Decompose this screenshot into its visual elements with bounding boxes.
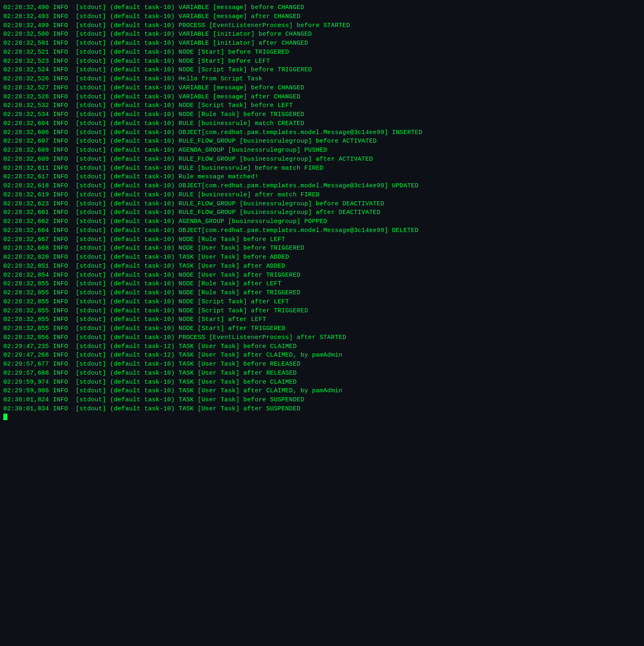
cursor-line	[3, 414, 641, 420]
log-line: 02:28:32,667 INFO [stdout] (default task…	[3, 235, 641, 244]
log-line: 02:28:32,618 INFO [stdout] (default task…	[3, 182, 641, 191]
log-line: 02:29:47,268 INFO [stdout] (default task…	[3, 351, 641, 360]
log-line: 02:28:32,854 INFO [stdout] (default task…	[3, 271, 641, 280]
log-line: 02:28:32,668 INFO [stdout] (default task…	[3, 244, 641, 253]
log-line: 02:28:32,526 INFO [stdout] (default task…	[3, 75, 641, 84]
log-container: 02:28:32,490 INFO [stdout] (default task…	[3, 3, 641, 420]
log-line: 02:29:59,986 INFO [stdout] (default task…	[3, 387, 641, 396]
log-line: 02:28:32,855 INFO [stdout] (default task…	[3, 298, 641, 307]
log-line: 02:28:32,856 INFO [stdout] (default task…	[3, 333, 641, 342]
log-line: 02:30:01,834 INFO [stdout] (default task…	[3, 405, 641, 414]
log-line: 02:28:32,855 INFO [stdout] (default task…	[3, 315, 641, 324]
log-line: 02:28:32,664 INFO [stdout] (default task…	[3, 226, 641, 235]
terminal-cursor	[3, 414, 7, 420]
log-line: 02:28:32,820 INFO [stdout] (default task…	[3, 253, 641, 262]
log-line: 02:28:32,855 INFO [stdout] (default task…	[3, 324, 641, 333]
log-line: 02:28:32,528 INFO [stdout] (default task…	[3, 93, 641, 102]
log-line: 02:28:32,524 INFO [stdout] (default task…	[3, 66, 641, 75]
log-line: 02:29:59,974 INFO [stdout] (default task…	[3, 378, 641, 387]
log-line: 02:28:32,611 INFO [stdout] (default task…	[3, 164, 641, 173]
log-line: 02:28:32,855 INFO [stdout] (default task…	[3, 307, 641, 316]
log-line: 02:29:57,688 INFO [stdout] (default task…	[3, 369, 641, 378]
log-line: 02:28:32,604 INFO [stdout] (default task…	[3, 119, 641, 128]
log-line: 02:28:32,490 INFO [stdout] (default task…	[3, 3, 641, 12]
log-line: 02:28:32,661 INFO [stdout] (default task…	[3, 208, 641, 217]
log-line: 02:28:32,662 INFO [stdout] (default task…	[3, 217, 641, 226]
log-line: 02:28:32,527 INFO [stdout] (default task…	[3, 84, 641, 93]
log-line: 02:28:32,499 INFO [stdout] (default task…	[3, 21, 641, 30]
log-line: 02:29:57,677 INFO [stdout] (default task…	[3, 360, 641, 369]
log-line: 02:28:32,500 INFO [stdout] (default task…	[3, 30, 641, 39]
log-line: 02:29:47,235 INFO [stdout] (default task…	[3, 342, 641, 351]
log-line: 02:28:32,521 INFO [stdout] (default task…	[3, 48, 641, 57]
log-line: 02:28:32,609 INFO [stdout] (default task…	[3, 155, 641, 164]
log-line: 02:28:32,623 INFO [stdout] (default task…	[3, 200, 641, 209]
log-line: 02:28:32,607 INFO [stdout] (default task…	[3, 137, 641, 146]
log-line: 02:28:32,532 INFO [stdout] (default task…	[3, 101, 641, 110]
log-line: 02:28:32,534 INFO [stdout] (default task…	[3, 110, 641, 119]
log-line: 02:30:01,824 INFO [stdout] (default task…	[3, 396, 641, 405]
log-line: 02:28:32,523 INFO [stdout] (default task…	[3, 57, 641, 66]
log-line: 02:28:32,606 INFO [stdout] (default task…	[3, 128, 641, 137]
log-line: 02:28:32,851 INFO [stdout] (default task…	[3, 262, 641, 271]
log-line: 02:28:32,493 INFO [stdout] (default task…	[3, 12, 641, 21]
log-line: 02:28:32,855 INFO [stdout] (default task…	[3, 280, 641, 289]
log-line: 02:28:32,501 INFO [stdout] (default task…	[3, 39, 641, 48]
log-line: 02:28:32,619 INFO [stdout] (default task…	[3, 191, 641, 200]
log-line: 02:28:32,855 INFO [stdout] (default task…	[3, 289, 641, 298]
log-line: 02:28:32,617 INFO [stdout] (default task…	[3, 173, 641, 182]
log-line: 02:28:32,609 INFO [stdout] (default task…	[3, 146, 641, 155]
